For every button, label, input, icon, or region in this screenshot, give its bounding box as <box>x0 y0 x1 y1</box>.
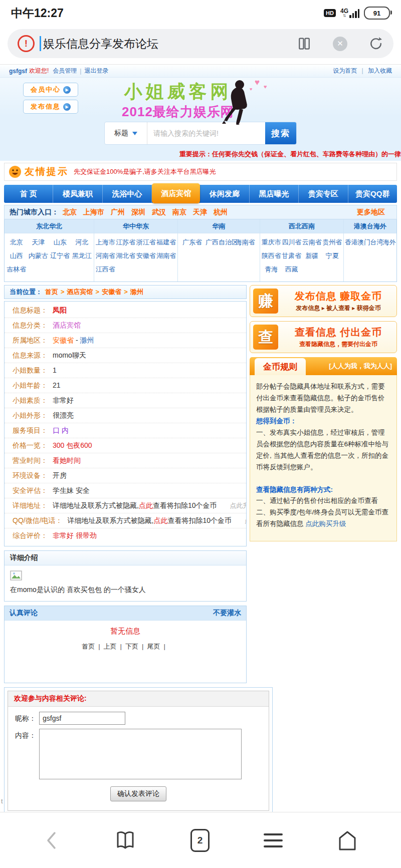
region-link[interactable]: 贵州省 <box>322 235 343 249</box>
hot-city-link[interactable]: 武汉 <box>152 208 166 216</box>
hot-city-link[interactable]: 杭州 <box>214 208 228 216</box>
region-link[interactable]: 海南省 <box>232 235 259 249</box>
address-bar[interactable]: ! 娱乐信息分享发布论坛 ✕ <box>8 29 393 58</box>
region-link[interactable]: 香港 <box>345 235 357 249</box>
nickname-input[interactable] <box>39 712 125 725</box>
region-link[interactable]: 台湾 <box>370 235 383 249</box>
nav-item[interactable]: 首 页 <box>4 185 53 203</box>
nav-item[interactable]: 休闲发廊 <box>200 185 249 203</box>
tab-count-button[interactable]: 2 <box>190 829 210 852</box>
info-value: 口 内 <box>53 426 69 434</box>
coin-rules-tagline: [人人为我，我为人人] <box>329 362 392 371</box>
menu-icon[interactable] <box>264 833 283 847</box>
region-link[interactable]: 澳门 <box>357 235 370 249</box>
member-center-button[interactable]: 会员中心 ▶ <box>23 83 78 97</box>
region-link[interactable]: 河北 <box>71 235 93 249</box>
region-link[interactable]: 天津 <box>28 235 50 249</box>
region-link[interactable]: 重庆市 <box>261 235 282 249</box>
pagination-link[interactable]: 首页 <box>82 643 95 650</box>
logout-link[interactable]: 退出登录 <box>84 67 108 75</box>
hot-city-link[interactable]: 深圳 <box>131 208 145 216</box>
region-link[interactable]: 西藏 <box>282 262 302 276</box>
region-link[interactable]: 甘肃省 <box>282 249 302 262</box>
region-link[interactable]: 青海 <box>261 262 282 276</box>
region-link[interactable]: 江西省 <box>95 262 116 276</box>
reader-mode-icon[interactable] <box>297 36 312 51</box>
region-link[interactable]: 内蒙古 <box>28 249 50 262</box>
region-link[interactable]: 广西自治区 <box>206 235 232 249</box>
home-icon[interactable] <box>337 829 358 851</box>
nickname-label: 昵称： <box>15 712 36 725</box>
region-link[interactable]: 江苏省 <box>116 235 136 249</box>
nav-item[interactable]: 洗浴中心 <box>103 185 152 203</box>
breadcrumb-link[interactable]: 滁州 <box>130 288 143 296</box>
search-category-select[interactable]: 标题 <box>105 122 147 144</box>
region-link[interactable]: 北京 <box>6 235 28 249</box>
nav-item[interactable]: 贵宾专区 <box>299 185 348 203</box>
status-icons: HD 4G ⇅ 91 <box>324 7 390 20</box>
hot-city-link[interactable]: 南京 <box>172 208 186 216</box>
region-link[interactable]: 海外 <box>383 235 395 249</box>
region-link[interactable]: 安徽省 <box>136 249 156 262</box>
add-favorite-link[interactable]: 加入收藏 <box>368 67 392 74</box>
publish-info-button[interactable]: 发布信息 ▶ <box>23 100 78 114</box>
region-link[interactable]: 山西 <box>6 249 28 262</box>
back-icon[interactable] <box>43 830 60 851</box>
buy-upgrade-link[interactable]: 点此购买升级 <box>305 520 346 527</box>
hot-city-link[interactable]: 广州 <box>111 208 125 216</box>
region-link[interactable]: 河南省 <box>95 249 116 262</box>
coin-rules-tab[interactable]: 金币规则 <box>255 358 306 375</box>
breadcrumb-link[interactable]: 酒店宾馆 <box>67 288 93 296</box>
hot-city-link[interactable]: 上海市 <box>83 208 104 216</box>
bookmarks-icon[interactable] <box>114 830 136 851</box>
region-link[interactable]: 陕西省 <box>261 249 282 262</box>
info-value[interactable]: 点此 <box>153 516 167 524</box>
region-link[interactable]: 辽宁省 <box>49 249 71 262</box>
region-link[interactable]: 广东省 <box>179 235 206 249</box>
region-link[interactable]: 福建省 <box>156 235 177 249</box>
info-value[interactable]: 点此 <box>139 501 153 509</box>
nav-item[interactable]: 楼凤兼职 <box>53 185 102 203</box>
region-link[interactable]: 山东 <box>49 235 71 249</box>
breadcrumb-link[interactable]: 安徽省 <box>102 288 121 296</box>
region-link[interactable]: 四川省 <box>282 235 302 249</box>
url-text[interactable]: 娱乐信息分享发布论坛 <box>43 36 158 52</box>
stop-loading-icon[interactable]: ✕ <box>333 37 347 51</box>
member-manage-link[interactable]: 会员管理 <box>53 67 77 75</box>
comment-content-textarea[interactable] <box>39 729 242 779</box>
pay-coins-card[interactable]: 查 查看信息 付出金币 查看隐藏信息，需要付出金币 <box>250 321 397 353</box>
region-link[interactable]: 新疆 <box>302 249 322 262</box>
pagination-link[interactable]: 下页 <box>125 643 138 650</box>
region-link[interactable]: 浙江省 <box>136 235 156 249</box>
nav-item[interactable]: 酒店宾馆 <box>152 183 200 203</box>
breadcrumb-link[interactable]: 首页 <box>45 288 58 296</box>
nav-item[interactable]: 贵宾QQ群 <box>348 185 397 203</box>
no-flood-link[interactable]: 不要灌水 <box>213 609 241 618</box>
hot-city-link[interactable]: 北京 <box>63 208 77 216</box>
info-value[interactable]: 非常好 很带劲 <box>53 531 97 539</box>
info-value[interactable]: 看她时间 <box>53 456 81 464</box>
pagination-link[interactable]: 上页 <box>104 643 117 650</box>
refresh-icon[interactable] <box>368 36 383 51</box>
info-value[interactable]: 点此升级会员免费查看 <box>245 517 246 524</box>
region-link[interactable]: 宁夏 <box>322 249 343 262</box>
pagination-link[interactable]: 尾页 <box>147 643 160 650</box>
search-button[interactable]: 搜索 <box>265 122 296 144</box>
more-regions-link[interactable]: 更多地区 <box>357 208 385 217</box>
set-homepage-link[interactable]: 设为首页 <box>333 67 357 74</box>
submit-comment-button[interactable]: 确认发表评论 <box>110 786 166 801</box>
nav-item[interactable]: 黑店曝光 <box>250 185 299 203</box>
region-link[interactable]: 湖南省 <box>156 249 177 262</box>
region-link[interactable]: 上海市 <box>95 235 116 249</box>
region-link[interactable]: 云南省 <box>302 235 322 249</box>
info-row: 小姐素质：非常好 <box>5 393 246 408</box>
info-value[interactable]: 点此升级会员免费查看 <box>230 502 246 509</box>
region-link[interactable]: 吉林省 <box>6 262 28 276</box>
info-value: 酒店宾馆 <box>53 321 81 329</box>
region-link[interactable]: 黑龙江 <box>71 249 93 262</box>
hot-city-link[interactable]: 天津 <box>193 208 207 216</box>
region-link[interactable]: 湖北省 <box>116 249 136 262</box>
earn-coins-card[interactable]: 赚 发布信息 赚取金币 发布信息 ▸ 被人查看 ▸ 获得金币 <box>250 285 397 317</box>
info-value[interactable]: 300 包夜600 <box>53 441 92 449</box>
phone-screen: 中午12:27 HD 4G ⇅ 91 ! 娱乐信息分享发布论坛 <box>0 0 401 868</box>
